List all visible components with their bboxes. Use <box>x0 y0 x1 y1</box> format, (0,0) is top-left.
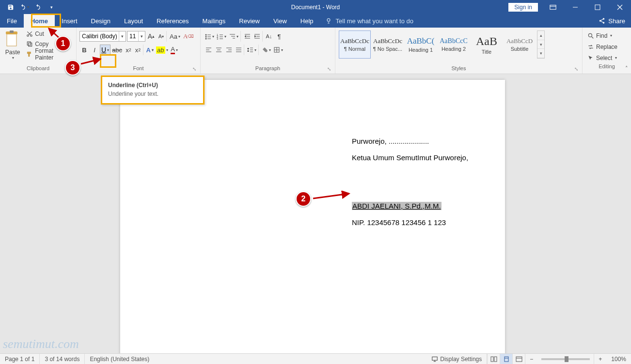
underline-button[interactable]: U▾ <box>100 45 110 55</box>
svg-rect-64 <box>491 357 493 362</box>
sort-button[interactable]: A↓ <box>264 31 274 42</box>
style-title[interactable]: AaBTitle <box>471 30 503 59</box>
line-spacing-button[interactable]: ▾ <box>246 45 259 55</box>
maximize-icon[interactable] <box>586 0 609 14</box>
save-icon[interactable] <box>5 1 16 13</box>
align-right-button[interactable] <box>224 45 234 55</box>
status-words[interactable]: 3 of 14 words <box>40 354 85 364</box>
tab-design[interactable]: Design <box>84 14 117 28</box>
decrease-indent-button[interactable] <box>242 31 252 42</box>
close-icon[interactable] <box>609 0 631 14</box>
increase-indent-button[interactable] <box>252 31 263 42</box>
font-size-input[interactable] <box>127 33 138 40</box>
tell-me-search[interactable]: Tell me what you want to do <box>325 17 413 25</box>
style---no-spac---[interactable]: AaBbCcDc¶ No Spac... <box>372 30 404 59</box>
ribbon-display-icon[interactable] <box>542 0 564 14</box>
svg-point-9 <box>603 22 605 24</box>
replace-button[interactable]: Replace <box>585 42 628 52</box>
status-page[interactable]: Page 1 of 1 <box>0 354 40 364</box>
show-hide-button[interactable]: ¶ <box>274 31 284 42</box>
collapse-ribbon-button[interactable]: ˄ <box>625 65 628 72</box>
zoom-out-button[interactable]: − <box>525 354 537 364</box>
multilevel-icon <box>229 33 236 40</box>
style---normal[interactable]: AaBbCcDc¶ Normal <box>339 30 371 59</box>
display-settings-button[interactable]: Display Settings <box>426 354 487 364</box>
bold-button[interactable]: B <box>79 45 89 55</box>
print-layout-button[interactable] <box>500 354 512 364</box>
read-mode-button[interactable] <box>487 354 500 364</box>
clipboard-group-label: Clipboard <box>3 65 73 74</box>
align-center-button[interactable] <box>214 45 223 55</box>
clear-formatting-button[interactable]: A⌫ <box>182 31 195 42</box>
shrink-font-button[interactable]: A▾ <box>157 31 167 42</box>
tab-mailings[interactable]: Mailings <box>196 14 233 28</box>
align-right-icon <box>225 46 232 53</box>
superscript-button[interactable]: x2 <box>134 45 143 55</box>
change-case-button[interactable]: Aa▾ <box>169 31 181 42</box>
tab-file[interactable]: File <box>0 14 24 28</box>
tab-insert[interactable]: Insert <box>55 14 84 28</box>
shading-button[interactable]: ▾ <box>260 45 272 55</box>
cut-icon <box>26 30 33 37</box>
style-heading-1[interactable]: AaBbC(Heading 1 <box>405 30 437 59</box>
justify-button[interactable] <box>234 45 244 55</box>
document-page[interactable]: Purworejo, .................... Ketua Um… <box>120 80 505 353</box>
paragraph-dialog-launcher[interactable]: ⤡ <box>327 66 333 72</box>
font-size-combo[interactable]: ▾ <box>127 31 145 42</box>
tab-review[interactable]: Review <box>232 14 267 28</box>
underline-tooltip: Underline (Ctrl+U) Underline your text. <box>101 76 205 105</box>
borders-button[interactable]: ▾ <box>272 45 284 55</box>
grow-font-button[interactable]: A▴ <box>146 31 156 42</box>
status-language[interactable]: English (United States) <box>85 354 154 364</box>
zoom-slider[interactable] <box>541 358 590 360</box>
multilevel-list-button[interactable]: ▾ <box>228 31 241 42</box>
web-layout-button[interactable] <box>512 354 525 364</box>
svg-rect-10 <box>7 32 16 46</box>
minimize-icon[interactable] <box>564 0 586 14</box>
styles-dialog-launcher[interactable]: ⤡ <box>574 66 580 72</box>
styles-more-button[interactable]: ▴▾▾ <box>537 30 545 59</box>
font-color-button[interactable]: A▾ <box>170 45 179 55</box>
sign-in-button[interactable]: Sign in <box>508 3 538 12</box>
tab-layout[interactable]: Layout <box>117 14 150 28</box>
callout-1: 1 <box>55 36 71 51</box>
document-area[interactable]: Purworejo, .................... Ketua Um… <box>0 74 631 353</box>
find-button[interactable]: Find▾ <box>585 30 628 41</box>
numbering-button[interactable]: 123▾ <box>216 31 227 42</box>
strikethrough-button[interactable]: abc <box>111 45 123 55</box>
tab-view[interactable]: View <box>267 14 294 28</box>
tab-help[interactable]: Help <box>294 14 320 28</box>
paste-button[interactable]: Paste ▾ <box>3 29 22 60</box>
doc-selected-name[interactable]: ABDI JAELANI, S.Pd.,M.M. <box>352 202 442 210</box>
find-icon <box>587 32 594 39</box>
title-bar: ▾ ▾ Document1 - Word Sign in <box>0 0 631 14</box>
tab-home[interactable]: Home <box>24 14 55 28</box>
highlight-button[interactable]: ab▾ <box>155 45 169 55</box>
callout-3-number: 3 <box>65 60 80 76</box>
tell-me-placeholder: Tell me what you want to do <box>336 17 413 25</box>
tab-references[interactable]: References <box>150 14 195 28</box>
font-name-combo[interactable]: ▾ <box>79 31 126 42</box>
share-button[interactable]: Share <box>599 17 625 25</box>
bullets-button[interactable]: ▾ <box>204 31 215 42</box>
zoom-in-button[interactable]: + <box>594 354 606 364</box>
outdent-icon <box>244 33 251 40</box>
zoom-level[interactable]: 100% <box>606 354 631 364</box>
undo-icon[interactable]: ▾ <box>18 1 30 13</box>
subscript-button[interactable]: x2 <box>124 45 133 55</box>
qat-customize-icon[interactable]: ▾ <box>46 1 57 13</box>
select-button[interactable]: Select▾ <box>585 53 628 63</box>
svg-line-59 <box>81 59 100 64</box>
svg-point-19 <box>205 36 207 38</box>
redo-icon[interactable] <box>32 1 44 13</box>
style-subtitle[interactable]: AaBbCcDSubtitle <box>504 30 536 59</box>
zoom-thumb[interactable] <box>565 356 568 362</box>
select-label: Select <box>596 55 612 61</box>
font-dialog-launcher[interactable]: ⤡ <box>192 66 198 72</box>
styles-gallery[interactable]: AaBbCcDc¶ NormalAaBbCcDc¶ No Spac...AaBb… <box>338 30 545 63</box>
style-heading-2[interactable]: AaBbCcCHeading 2 <box>438 30 470 59</box>
font-name-input[interactable] <box>80 33 119 40</box>
text-effects-button[interactable]: A▾ <box>145 45 155 55</box>
align-left-button[interactable] <box>204 45 213 55</box>
italic-button[interactable]: I <box>90 45 99 55</box>
